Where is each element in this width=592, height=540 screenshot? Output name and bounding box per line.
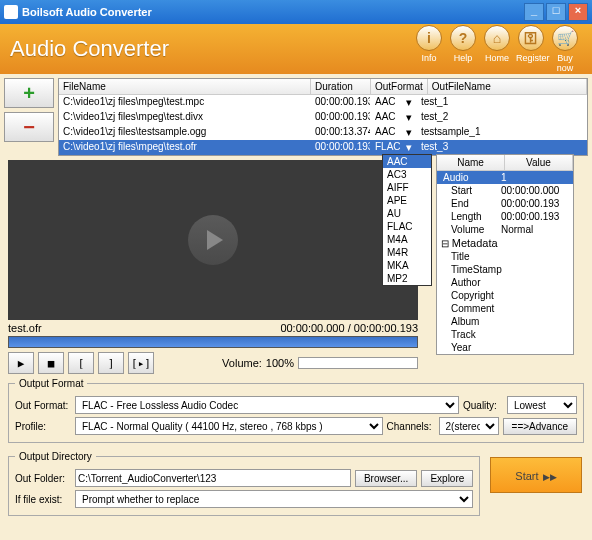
prop-row[interactable]: Length00:00:00.193 — [437, 210, 573, 223]
format-dropdown[interactable]: AACAC3AIFFAPEAUFLACM4AM4RMKAMP2 — [382, 154, 432, 286]
volume-slider[interactable] — [298, 357, 418, 369]
file-table[interactable]: FileName Duration OutFormat OutFileName … — [58, 78, 588, 156]
meta-row[interactable]: Copyright — [437, 289, 573, 302]
table-row[interactable]: C:\video1\zj files\mpeg\test.mpc00:00:00… — [59, 95, 587, 110]
cell-filename: C:\video1\zj files\testsample.ogg — [59, 125, 311, 140]
prop-metadata-group[interactable]: ⊟ Metadata — [437, 236, 573, 250]
start-arrow-icon: ▶▶ — [543, 472, 557, 482]
maximize-button[interactable]: □ — [546, 3, 566, 21]
nav-register[interactable]: ⚿Register — [516, 25, 546, 73]
cell-outfilename: test_1 — [417, 95, 587, 110]
nav-help[interactable]: ?Help — [448, 25, 478, 73]
start-button[interactable]: Start ▶▶ — [490, 457, 582, 493]
minimize-button[interactable]: _ — [524, 3, 544, 21]
output-format-legend: Output Format — [15, 378, 87, 389]
channels-label: Channels: — [387, 421, 435, 432]
output-format-group: Output Format Out Format: FLAC - Free Lo… — [8, 378, 584, 443]
range-button[interactable]: [▸] — [128, 352, 154, 374]
seek-slider[interactable] — [8, 336, 418, 348]
prop-row[interactable]: Start00:00:00.000 — [437, 184, 573, 197]
register-icon: ⚿ — [518, 25, 544, 51]
cell-outfilename: test_2 — [417, 110, 587, 125]
format-option[interactable]: M4A — [383, 233, 431, 246]
play-button[interactable] — [188, 215, 238, 265]
cell-outfilename: test_3 — [417, 140, 587, 155]
quality-label: Quality: — [463, 400, 503, 411]
prop-row[interactable]: VolumeNormal — [437, 223, 573, 236]
help-icon: ? — [450, 25, 476, 51]
prop-col-name: Name — [437, 155, 505, 170]
format-option[interactable]: AAC — [383, 155, 431, 168]
format-option[interactable]: FLAC — [383, 220, 431, 233]
col-duration[interactable]: Duration — [311, 79, 371, 94]
format-option[interactable]: M4R — [383, 246, 431, 259]
window-title: Boilsoft Audio Converter — [22, 6, 152, 18]
format-option[interactable]: AIFF — [383, 181, 431, 194]
format-option[interactable]: MKA — [383, 259, 431, 272]
table-row[interactable]: C:\video1\zj files\mpeg\test.ofr00:00:00… — [59, 140, 587, 155]
nav-home[interactable]: ⌂Home — [482, 25, 512, 73]
close-button[interactable]: × — [568, 3, 588, 21]
cell-duration: 00:00:00.193 — [311, 95, 371, 110]
remove-button[interactable]: − — [4, 112, 54, 142]
cell-duration: 00:00:00.193 — [311, 110, 371, 125]
property-grid[interactable]: Name Value Audio 1 Start00:00:00.000End0… — [436, 154, 574, 355]
meta-row[interactable]: Track — [437, 328, 573, 341]
buy now-icon: 🛒 — [552, 25, 578, 51]
play-ctrl-button[interactable]: ▶ — [8, 352, 34, 374]
browse-button[interactable]: Browser... — [355, 470, 417, 487]
prop-audio[interactable]: Audio — [437, 171, 497, 184]
out-format-select[interactable]: FLAC - Free Lossless Audio Codec — [75, 396, 459, 414]
col-outfilename[interactable]: OutFileName — [428, 79, 587, 94]
main-body: + − FileName Duration OutFormat OutFileN… — [0, 74, 592, 540]
home-icon: ⌂ — [484, 25, 510, 51]
mark-in-button[interactable]: [ — [68, 352, 94, 374]
col-outformat[interactable]: OutFormat — [371, 79, 428, 94]
format-option[interactable]: AC3 — [383, 168, 431, 181]
cell-format[interactable]: AAC ▾ — [371, 110, 417, 125]
preview-area — [8, 160, 418, 320]
cell-format[interactable]: AAC ▾ — [371, 95, 417, 110]
prop-row[interactable]: End00:00:00.193 — [437, 197, 573, 210]
titlebar: Boilsoft Audio Converter _ □ × — [0, 0, 592, 24]
table-row[interactable]: C:\video1\zj files\testsample.ogg00:00:1… — [59, 125, 587, 140]
meta-row[interactable]: Title — [437, 250, 573, 263]
preview-filename: test.ofr — [8, 322, 42, 334]
mark-out-button[interactable]: ] — [98, 352, 124, 374]
add-button[interactable]: + — [4, 78, 54, 108]
meta-row[interactable]: Album — [437, 315, 573, 328]
advance-button[interactable]: ==>Advance — [503, 418, 577, 435]
meta-row[interactable]: Comment — [437, 302, 573, 315]
quality-select[interactable]: Lowest — [507, 396, 577, 414]
volume-value: 100% — [266, 357, 294, 369]
format-option[interactable]: APE — [383, 194, 431, 207]
profile-select[interactable]: FLAC - Normal Quality ( 44100 Hz, stereo… — [75, 417, 383, 435]
meta-row[interactable]: Year — [437, 341, 573, 354]
output-directory-legend: Output Directory — [15, 451, 96, 462]
nav-buy-now[interactable]: 🛒Buy now — [550, 25, 580, 73]
format-option[interactable]: AU — [383, 207, 431, 220]
stop-ctrl-button[interactable]: ■ — [38, 352, 64, 374]
cell-filename: C:\video1\zj files\mpeg\test.divx — [59, 110, 311, 125]
cell-duration: 00:00:00.193 — [311, 140, 371, 155]
channels-select[interactable]: 2(stereo) — [439, 417, 499, 435]
col-filename[interactable]: FileName — [59, 79, 311, 94]
if-exist-select[interactable]: Prompt whether to replace — [75, 490, 473, 508]
play-icon — [207, 230, 223, 250]
prop-audio-value: 1 — [497, 171, 573, 184]
nav-info[interactable]: iInfo — [414, 25, 444, 73]
app-title: Audio Converter — [10, 36, 169, 62]
preview-time: 00:00:00.000 / 00:00:00.193 — [280, 322, 418, 334]
explore-button[interactable]: Explore — [421, 470, 473, 487]
out-folder-label: Out Folder: — [15, 473, 71, 484]
meta-row[interactable]: TimeStamp — [437, 263, 573, 276]
profile-label: Profile: — [15, 421, 71, 432]
cell-duration: 00:00:13.374 — [311, 125, 371, 140]
cell-format[interactable]: FLAC ▾ — [371, 140, 417, 155]
prop-col-value: Value — [505, 155, 573, 170]
table-row[interactable]: C:\video1\zj files\mpeg\test.divx00:00:0… — [59, 110, 587, 125]
out-folder-input[interactable] — [75, 469, 351, 487]
cell-format[interactable]: AAC ▾ — [371, 125, 417, 140]
meta-row[interactable]: Author — [437, 276, 573, 289]
format-option[interactable]: MP2 — [383, 272, 431, 285]
